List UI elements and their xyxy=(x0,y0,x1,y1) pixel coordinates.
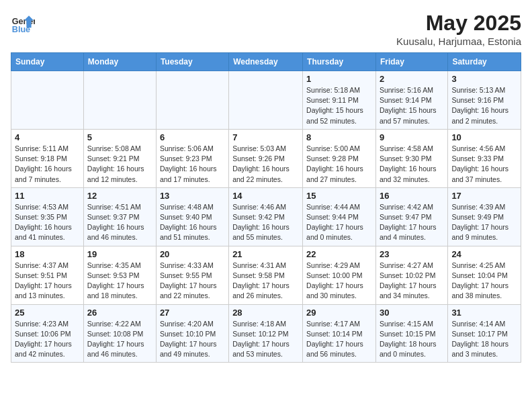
calendar-cell: 17Sunrise: 4:39 AM Sunset: 9:49 PM Dayli… xyxy=(448,187,521,246)
day-number: 27 xyxy=(160,308,225,318)
page-header: General Blue May 2025 Kuusalu, Harjumaa,… xyxy=(11,11,521,47)
day-number: 18 xyxy=(15,249,80,259)
weekday-header-row: SundayMondayTuesdayWednesdayThursdayFrid… xyxy=(11,53,521,71)
day-info: Sunrise: 4:31 AM Sunset: 9:58 PM Dayligh… xyxy=(232,261,299,302)
calendar-cell: 11Sunrise: 4:53 AM Sunset: 9:35 PM Dayli… xyxy=(11,187,84,246)
day-number: 1 xyxy=(306,74,372,84)
calendar-cell xyxy=(11,71,84,130)
calendar-cell xyxy=(156,71,228,130)
weekday-header-sunday: Sunday xyxy=(11,53,84,71)
day-info: Sunrise: 5:18 AM Sunset: 9:11 PM Dayligh… xyxy=(306,85,372,126)
day-info: Sunrise: 4:58 AM Sunset: 9:30 PM Dayligh… xyxy=(380,144,444,185)
calendar-cell xyxy=(83,71,156,130)
day-number: 11 xyxy=(15,191,80,201)
day-number: 7 xyxy=(232,132,299,142)
day-number: 24 xyxy=(451,249,517,259)
day-info: Sunrise: 5:16 AM Sunset: 9:14 PM Dayligh… xyxy=(380,85,444,126)
day-info: Sunrise: 4:20 AM Sunset: 10:10 PM Daylig… xyxy=(160,319,225,360)
weekday-header-monday: Monday xyxy=(83,53,156,71)
day-number: 6 xyxy=(160,132,225,142)
calendar-cell: 3Sunrise: 5:13 AM Sunset: 9:16 PM Daylig… xyxy=(448,71,521,130)
day-info: Sunrise: 4:46 AM Sunset: 9:42 PM Dayligh… xyxy=(232,202,299,243)
calendar-cell: 6Sunrise: 5:06 AM Sunset: 9:23 PM Daylig… xyxy=(156,129,228,187)
calendar-week-2: 4Sunrise: 5:11 AM Sunset: 9:18 PM Daylig… xyxy=(11,129,521,187)
day-info: Sunrise: 4:18 AM Sunset: 10:12 PM Daylig… xyxy=(232,319,299,360)
calendar-table: SundayMondayTuesdayWednesdayThursdayFrid… xyxy=(11,52,521,363)
day-info: Sunrise: 4:48 AM Sunset: 9:40 PM Dayligh… xyxy=(160,202,225,243)
day-info: Sunrise: 5:13 AM Sunset: 9:16 PM Dayligh… xyxy=(451,85,517,126)
logo-icon: General Blue xyxy=(11,11,35,35)
day-info: Sunrise: 4:27 AM Sunset: 10:02 PM Daylig… xyxy=(380,261,444,302)
day-info: Sunrise: 4:29 AM Sunset: 10:00 PM Daylig… xyxy=(306,261,372,302)
day-info: Sunrise: 4:56 AM Sunset: 9:33 PM Dayligh… xyxy=(451,144,517,185)
day-number: 8 xyxy=(306,132,372,142)
calendar-week-1: 1Sunrise: 5:18 AM Sunset: 9:11 PM Daylig… xyxy=(11,71,521,130)
day-info: Sunrise: 4:15 AM Sunset: 10:15 PM Daylig… xyxy=(380,319,444,360)
calendar-cell: 16Sunrise: 4:42 AM Sunset: 9:47 PM Dayli… xyxy=(375,187,447,246)
day-number: 17 xyxy=(451,191,517,201)
day-number: 20 xyxy=(160,249,225,259)
day-number: 12 xyxy=(87,191,152,201)
calendar-cell: 31Sunrise: 4:14 AM Sunset: 10:17 PM Dayl… xyxy=(448,304,521,363)
day-number: 15 xyxy=(306,191,372,201)
calendar-cell: 23Sunrise: 4:27 AM Sunset: 10:02 PM Dayl… xyxy=(375,246,447,304)
calendar-cell: 27Sunrise: 4:20 AM Sunset: 10:10 PM Dayl… xyxy=(156,304,228,363)
day-number: 21 xyxy=(232,249,299,259)
day-number: 3 xyxy=(451,74,517,84)
day-info: Sunrise: 5:11 AM Sunset: 9:18 PM Dayligh… xyxy=(15,144,80,185)
day-info: Sunrise: 4:33 AM Sunset: 9:55 PM Dayligh… xyxy=(160,261,225,302)
day-info: Sunrise: 4:39 AM Sunset: 9:49 PM Dayligh… xyxy=(451,202,517,243)
day-number: 28 xyxy=(232,308,299,318)
day-number: 5 xyxy=(87,132,152,142)
day-number: 16 xyxy=(380,191,444,201)
day-number: 4 xyxy=(15,132,80,142)
day-info: Sunrise: 5:08 AM Sunset: 9:21 PM Dayligh… xyxy=(87,144,152,185)
calendar-cell: 13Sunrise: 4:48 AM Sunset: 9:40 PM Dayli… xyxy=(156,187,228,246)
day-info: Sunrise: 4:51 AM Sunset: 9:37 PM Dayligh… xyxy=(87,202,152,243)
calendar-cell: 15Sunrise: 4:44 AM Sunset: 9:44 PM Dayli… xyxy=(303,187,376,246)
day-info: Sunrise: 4:14 AM Sunset: 10:17 PM Daylig… xyxy=(451,319,517,360)
day-info: Sunrise: 4:25 AM Sunset: 10:04 PM Daylig… xyxy=(451,261,517,302)
day-info: Sunrise: 4:35 AM Sunset: 9:53 PM Dayligh… xyxy=(87,261,152,302)
day-number: 31 xyxy=(451,308,517,318)
weekday-header-thursday: Thursday xyxy=(303,53,376,71)
calendar-cell: 4Sunrise: 5:11 AM Sunset: 9:18 PM Daylig… xyxy=(11,129,84,187)
day-number: 25 xyxy=(15,308,80,318)
calendar-cell: 5Sunrise: 5:08 AM Sunset: 9:21 PM Daylig… xyxy=(83,129,156,187)
calendar-cell: 20Sunrise: 4:33 AM Sunset: 9:55 PM Dayli… xyxy=(156,246,228,304)
day-info: Sunrise: 4:22 AM Sunset: 10:08 PM Daylig… xyxy=(87,319,152,360)
day-info: Sunrise: 4:17 AM Sunset: 10:14 PM Daylig… xyxy=(306,319,372,360)
location-subtitle: Kuusalu, Harjumaa, Estonia xyxy=(396,36,521,47)
calendar-cell: 8Sunrise: 5:00 AM Sunset: 9:28 PM Daylig… xyxy=(303,129,376,187)
calendar-cell: 30Sunrise: 4:15 AM Sunset: 10:15 PM Dayl… xyxy=(375,304,447,363)
calendar-cell: 21Sunrise: 4:31 AM Sunset: 9:58 PM Dayli… xyxy=(229,246,303,304)
day-number: 19 xyxy=(87,249,152,259)
title-block: May 2025 Kuusalu, Harjumaa, Estonia xyxy=(396,11,521,47)
calendar-cell: 25Sunrise: 4:23 AM Sunset: 10:06 PM Dayl… xyxy=(11,304,84,363)
day-info: Sunrise: 4:42 AM Sunset: 9:47 PM Dayligh… xyxy=(380,202,444,243)
weekday-header-tuesday: Tuesday xyxy=(156,53,228,71)
calendar-week-4: 18Sunrise: 4:37 AM Sunset: 9:51 PM Dayli… xyxy=(11,246,521,304)
day-number: 30 xyxy=(380,308,444,318)
calendar-cell: 1Sunrise: 5:18 AM Sunset: 9:11 PM Daylig… xyxy=(303,71,376,130)
day-number: 10 xyxy=(451,132,517,142)
weekday-header-wednesday: Wednesday xyxy=(229,53,303,71)
calendar-cell: 14Sunrise: 4:46 AM Sunset: 9:42 PM Dayli… xyxy=(229,187,303,246)
calendar-cell: 10Sunrise: 4:56 AM Sunset: 9:33 PM Dayli… xyxy=(448,129,521,187)
day-number: 26 xyxy=(87,308,152,318)
weekday-header-friday: Friday xyxy=(375,53,447,71)
day-number: 2 xyxy=(380,74,444,84)
day-info: Sunrise: 4:23 AM Sunset: 10:06 PM Daylig… xyxy=(15,319,80,360)
day-info: Sunrise: 5:00 AM Sunset: 9:28 PM Dayligh… xyxy=(306,144,372,185)
day-number: 29 xyxy=(306,308,372,318)
weekday-header-saturday: Saturday xyxy=(448,53,521,71)
day-number: 23 xyxy=(380,249,444,259)
calendar-cell: 29Sunrise: 4:17 AM Sunset: 10:14 PM Dayl… xyxy=(303,304,376,363)
calendar-cell: 12Sunrise: 4:51 AM Sunset: 9:37 PM Dayli… xyxy=(83,187,156,246)
day-info: Sunrise: 4:37 AM Sunset: 9:51 PM Dayligh… xyxy=(15,261,80,302)
day-info: Sunrise: 4:53 AM Sunset: 9:35 PM Dayligh… xyxy=(15,202,80,243)
calendar-cell xyxy=(229,71,303,130)
calendar-cell: 9Sunrise: 4:58 AM Sunset: 9:30 PM Daylig… xyxy=(375,129,447,187)
day-number: 22 xyxy=(306,249,372,259)
calendar-cell: 26Sunrise: 4:22 AM Sunset: 10:08 PM Dayl… xyxy=(83,304,156,363)
